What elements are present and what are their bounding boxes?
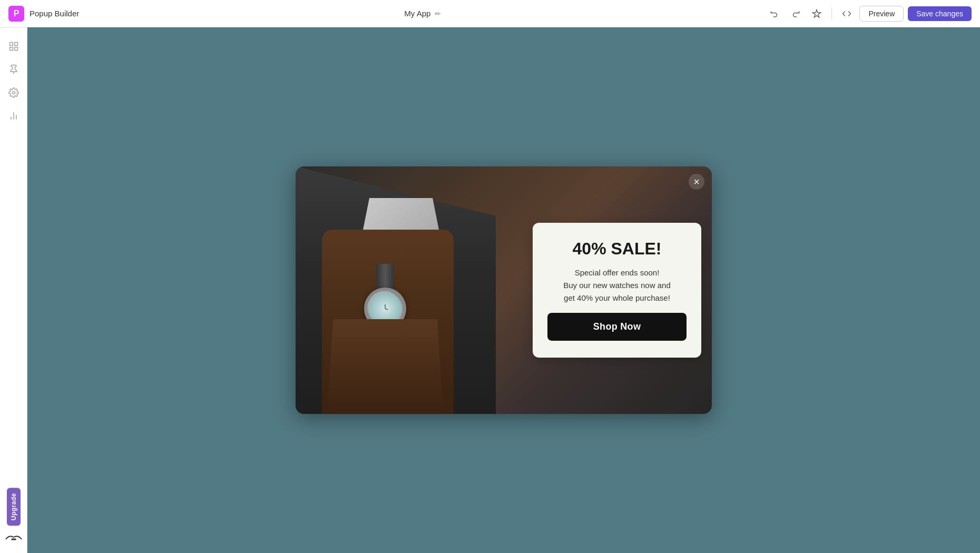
topbar: P Popup Builder My App ✏ Preview Save ch… [0, 0, 980, 27]
upgrade-button[interactable]: Upgrade [7, 488, 21, 526]
svg-line-11 [385, 309, 388, 310]
popup-desc-line3: get 40% your whole purchase! [564, 293, 670, 302]
popup-content-card: 40% SALE! Special offer ends soon! Buy o… [533, 223, 701, 358]
watch-band-top [376, 264, 394, 290]
undo-button[interactable] [766, 5, 783, 22]
popup-close-button[interactable]: × [689, 174, 704, 190]
popup-desc-line1: Special offer ends soon! [575, 268, 660, 277]
canvas: × 40% SALE! Special offer ends soon! Buy… [27, 27, 980, 553]
topbar-right: Preview Save changes [766, 5, 972, 22]
magic-button[interactable] [808, 5, 825, 22]
bird-icon [3, 532, 24, 542]
sidebar-item-settings[interactable] [3, 82, 24, 103]
svg-rect-9 [11, 538, 16, 540]
redo-button[interactable] [787, 5, 804, 22]
popup-sale-title: 40% SALE! [573, 240, 662, 258]
svg-rect-2 [14, 47, 17, 51]
svg-point-5 [12, 92, 15, 94]
popup-description: Special offer ends soon! Buy our new wat… [563, 266, 670, 304]
main-layout: Upgrade × [0, 27, 980, 553]
preview-button[interactable]: Preview [859, 6, 904, 22]
popup-container: × 40% SALE! Special offer ends soon! Buy… [296, 166, 712, 414]
save-changes-button[interactable]: Save changes [908, 6, 972, 21]
shop-now-button[interactable]: Shop Now [547, 313, 687, 341]
sidebar-item-grid[interactable] [3, 36, 24, 57]
svg-rect-1 [14, 43, 17, 46]
code-button[interactable] [838, 5, 855, 22]
sidebar: Upgrade [0, 27, 27, 553]
page-title: My App [404, 9, 430, 18]
svg-rect-0 [9, 43, 13, 46]
svg-rect-3 [9, 47, 13, 51]
topbar-left: P Popup Builder [8, 6, 79, 22]
edit-icon[interactable]: ✏ [435, 9, 441, 18]
divider [831, 7, 832, 20]
popup-desc-line2: Buy our new watches now and [563, 281, 670, 290]
topbar-center: My App ✏ [404, 9, 441, 18]
app-builder-name: Popup Builder [30, 9, 79, 18]
app-logo: P [8, 6, 24, 22]
sidebar-item-pin[interactable] [3, 59, 24, 80]
fingers [327, 319, 443, 414]
sidebar-item-analytics[interactable] [3, 105, 24, 126]
